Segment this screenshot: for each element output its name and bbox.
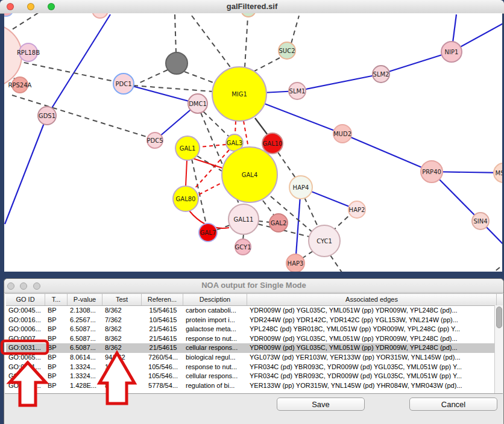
network-window: galFiltered.sif RPL18BRPS24AGDS1PDC1PDC5… (0, 0, 504, 272)
graph-edge-dashed (291, 16, 299, 43)
table-cell: YDR244W (pp) YDR142C, YDR142C (pp) YGL15… (247, 316, 497, 325)
table-row[interactable]: GO:0031...BP1.3324...11/362105/546...res… (6, 363, 503, 372)
table-cell: GO:0006... (6, 325, 45, 334)
zoom-button[interactable] (33, 282, 40, 290)
noa-output-title: NOA output for Single Mode (4, 279, 503, 292)
graph-node-label: MUD2 (333, 131, 351, 137)
network-window-title: galFiltered.sif (0, 0, 504, 13)
scrollbar-thumb[interactable] (496, 307, 502, 328)
network-window-titlebar[interactable]: galFiltered.sif (0, 0, 504, 14)
table-cell: 15/54615 (142, 306, 183, 316)
table-row[interactable]: GO:0006...BP6.5087...8/36221/54615galact… (6, 325, 503, 334)
table-cell: YGL073W (pd) YER103W, YER133W (pp) YOR31… (247, 353, 497, 363)
table-cell: cellular respons... (183, 343, 247, 353)
table-cell: 8/362 (102, 306, 142, 316)
graph-edge-dashed (278, 152, 295, 178)
graph-edge-red (186, 160, 187, 187)
noa-output-titlebar[interactable]: NOA output for Single Mode (4, 279, 503, 293)
graph-node-unlabeled[interactable] (4, 13, 13, 16)
table-cell: GO:0016... (6, 316, 45, 325)
table-cell: BP (45, 381, 68, 391)
table-row[interactable]: GO:0065...BP8.0614...94/3627260/54...bio… (6, 353, 503, 363)
table-cell: 21/54615 (142, 343, 183, 353)
graph-edge-dashed (330, 255, 344, 272)
table-cell: BP (45, 343, 68, 353)
minimize-button[interactable] (20, 282, 27, 290)
graph-edge-blue (47, 14, 110, 116)
graph-node-label: HAP3 (288, 260, 304, 267)
table-row[interactable]: GO:0031...BP6.5087...8/36221/54615cellul… (6, 343, 503, 353)
table-cell: 5778/54... (142, 381, 183, 391)
table-cell: 8/362 (102, 343, 142, 353)
graph-edge-dashed (12, 13, 45, 30)
table-cell: 8/362 (102, 325, 142, 334)
column-header-t-[interactable]: T... (45, 294, 68, 305)
graph-edge-blue (297, 74, 381, 91)
table-cell: regulation of bi... (183, 381, 247, 391)
table-cell: 7/362 (102, 316, 142, 325)
table-cell: YPL248C (pd) YBR018C, YML051W (pp) YDR00… (247, 325, 497, 334)
table-cell: 105/546... (142, 372, 183, 381)
network-canvas[interactable]: RPL18BRPS24AGDS1PDC1PDC5DMC1MIG1SUC2SLM1… (4, 13, 502, 272)
table-cell: GO:0031... (6, 372, 45, 381)
column-header-referen-[interactable]: Referen... (142, 294, 183, 305)
table-cell: biological regul... (183, 353, 247, 363)
table-cell: BP (45, 353, 68, 363)
column-header-p-value[interactable]: P-value (68, 294, 102, 305)
table-cell: 11/362 (102, 372, 142, 381)
graph-edge-red_dashed (199, 145, 226, 147)
column-header-associated-edges[interactable]: Associated edges (247, 294, 497, 305)
graph-edge-dashed (16, 61, 114, 81)
table-row[interactable]: GO:0007...BP6.5087...8/36221/54615respon… (6, 334, 503, 344)
network-graph: RPL18BRPS24AGDS1PDC1PDC5DMC1MIG1SUC2SLM1… (4, 13, 502, 272)
table-cell: 8.0614... (68, 353, 102, 363)
table-cell: BP (45, 372, 68, 381)
close-button[interactable] (7, 3, 14, 10)
graph-node-label: SUC2 (279, 48, 295, 54)
table-cell: response to nut... (183, 363, 247, 372)
graph-node-label: GCY1 (235, 244, 251, 251)
save-button[interactable]: Save (277, 398, 365, 411)
table-cell: 2.1308... (68, 306, 102, 316)
table-cell: 94/362 (102, 353, 142, 363)
column-header-test[interactable]: Test (102, 294, 142, 305)
table-row[interactable]: GO:0045...BP2.1308...8/36215/54615carbon… (6, 306, 503, 316)
graph-edge-blue (5, 116, 47, 224)
column-header-desciption[interactable]: Desciption (183, 294, 247, 305)
table-row[interactable]: GO:0031...BP1.3324...11/362105/546...cel… (6, 372, 503, 381)
table-cell: 10/54615 (142, 316, 183, 325)
table-cell: 80/362 (102, 381, 142, 391)
graph-node-unlabeled[interactable] (92, 13, 108, 18)
graph-edge-dashed (263, 201, 274, 216)
cancel-button[interactable]: Cancel (409, 398, 497, 411)
graph-node-label: DMC1 (189, 101, 207, 107)
graph-node-label: RPS24A (8, 82, 32, 89)
table-row[interactable]: GO:0016...BP6.2567...7/36210/54615protei… (6, 316, 503, 325)
table-cell: 6.5087... (68, 334, 102, 344)
close-button[interactable] (7, 282, 14, 290)
column-header-go-id[interactable]: GO ID (6, 294, 45, 305)
minimize-button[interactable] (27, 3, 34, 10)
graph-node-unlabeled[interactable] (166, 52, 187, 74)
table-cell: 6.2567... (68, 316, 102, 325)
table-cell: 7260/54... (142, 353, 183, 363)
zoom-button[interactable] (48, 3, 55, 10)
graph-edge-red_dashed (199, 182, 222, 195)
table-cell: GO:0050... (6, 381, 45, 391)
graph-node-unlabeled[interactable] (241, 13, 256, 17)
graph-edge-blue (381, 52, 452, 74)
graph-edge-dark (255, 118, 268, 135)
graph-node-label: SLM1 (289, 88, 306, 95)
graph-node-label: GAL4 (242, 172, 258, 178)
table-cell: 6.5087... (68, 343, 102, 353)
graph-node-label: GAL80 (176, 196, 196, 202)
graph-edge-dashed (258, 221, 270, 222)
table-cell: carbon cataboli... (183, 306, 247, 316)
table-row[interactable]: GO:0050...BP1.428E...80/3625778/54...reg… (6, 381, 503, 391)
graph-edge-dashed (133, 86, 213, 92)
graph-node-label: GDS1 (39, 113, 55, 119)
graph-node-label: GAL7 (200, 229, 216, 236)
table-scrollbar[interactable] (494, 305, 503, 393)
table-cell: GO:0031... (6, 343, 45, 353)
table-cell: BP (45, 316, 68, 325)
